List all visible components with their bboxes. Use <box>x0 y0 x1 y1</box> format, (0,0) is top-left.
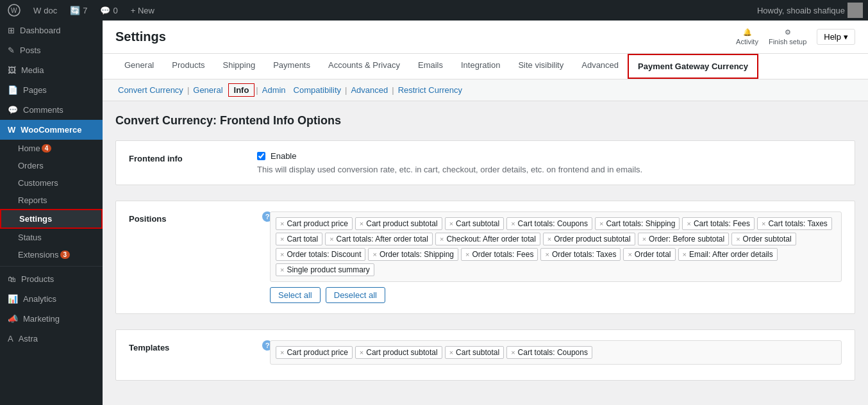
sidebar-item-products[interactable]: 🛍 Products <box>0 269 103 289</box>
tab-shipping[interactable]: Shipping <box>214 54 265 79</box>
position-tag[interactable]: ×Cart totals: Taxes <box>757 217 832 230</box>
tag-remove-icon[interactable]: × <box>628 251 631 258</box>
finish-setup-button[interactable]: ⚙ Finish setup <box>769 28 806 45</box>
new-content-link[interactable]: + New <box>128 0 157 21</box>
updates-link[interactable]: 🔄 7 <box>67 0 90 21</box>
tab-payments[interactable]: Payments <box>264 54 319 79</box>
sidebar-item-astra[interactable]: A Astra <box>0 329 103 349</box>
sub-tab-admin[interactable]: Admin <box>260 84 288 96</box>
tab-advanced[interactable]: Advanced <box>572 54 628 79</box>
sidebar-divider <box>0 266 103 267</box>
tag-remove-icon[interactable]: × <box>280 251 284 258</box>
tag-remove-icon[interactable]: × <box>280 349 284 356</box>
position-tag[interactable]: ×Cart product price <box>276 217 353 230</box>
sidebar-item-settings[interactable]: Settings <box>0 209 103 229</box>
sidebar-item-reports[interactable]: Reports <box>0 192 103 209</box>
position-tag[interactable]: ×Order subtotal <box>731 233 796 245</box>
position-tag[interactable]: ×Order totals: Shipping <box>368 248 458 261</box>
sidebar-item-status[interactable]: Status <box>0 229 103 246</box>
position-tag[interactable]: ×Cart totals: Fees <box>682 217 754 230</box>
tag-remove-icon[interactable]: × <box>511 349 515 356</box>
enable-checkbox[interactable] <box>257 152 265 160</box>
position-tag[interactable]: ×Cart total <box>276 233 322 245</box>
template-tag[interactable]: ×Cart totals: Coupons <box>506 346 592 359</box>
position-tag[interactable]: ×Order: Before subtotal <box>638 233 730 245</box>
admin-bar: W W doc 🔄 7 💬 0 + New Howdy, shoaib shaf… <box>0 0 868 21</box>
enable-label[interactable]: Enable <box>271 151 296 161</box>
positions-label-area: Positions ? <box>129 211 270 224</box>
tag-remove-icon[interactable]: × <box>280 220 284 227</box>
sidebar-item-woocommerce[interactable]: W WooCommerce <box>0 120 103 140</box>
tag-remove-icon[interactable]: × <box>547 235 551 243</box>
template-tag[interactable]: ×Cart subtotal <box>445 346 504 359</box>
tag-remove-icon[interactable]: × <box>280 235 284 243</box>
site-name[interactable]: W doc <box>31 0 60 21</box>
sidebar-item-dashboard[interactable]: ⊞ Dashboard <box>0 21 103 40</box>
tag-remove-icon[interactable]: × <box>736 235 740 243</box>
sub-tab-compatibility[interactable]: Compatibility <box>291 84 344 96</box>
tab-site-visibility[interactable]: Site visibility <box>509 54 572 79</box>
position-tag[interactable]: ×Order totals: Taxes <box>540 248 621 261</box>
sidebar-item-posts[interactable]: ✎ Posts <box>0 40 103 60</box>
position-tag[interactable]: ×Order totals: Fees <box>461 248 538 261</box>
tag-remove-icon[interactable]: × <box>440 235 444 243</box>
templates-row: Templates ? ×Cart product price×Cart pro… <box>115 329 855 381</box>
tag-remove-icon[interactable]: × <box>687 220 690 227</box>
sidebar-item-extensions[interactable]: Extensions 3 <box>0 246 103 263</box>
tab-general[interactable]: General <box>115 54 163 79</box>
sub-tab-advanced[interactable]: Advanced <box>348 84 390 96</box>
sidebar-item-comments[interactable]: 💬 Comments <box>0 100 103 120</box>
sidebar-item-home[interactable]: Home 4 <box>0 140 103 157</box>
position-tag[interactable]: ×Order product subtotal <box>543 233 635 245</box>
tag-remove-icon[interactable]: × <box>762 220 765 227</box>
tag-remove-icon[interactable]: × <box>683 251 687 258</box>
tag-remove-icon[interactable]: × <box>360 349 363 356</box>
template-tag[interactable]: ×Cart product price <box>276 346 353 359</box>
help-button[interactable]: Help ▾ <box>817 29 855 45</box>
tab-accounts-privacy[interactable]: Accounts & Privacy <box>319 54 409 79</box>
sidebar-item-orders[interactable]: Orders <box>0 157 103 174</box>
position-tag[interactable]: ×Cart totals: Shipping <box>595 217 680 230</box>
select-all-button[interactable]: Select all <box>270 287 321 303</box>
activity-button[interactable]: 🔔 Activity <box>736 28 758 45</box>
tab-integration[interactable]: Integration <box>452 54 509 79</box>
tag-remove-icon[interactable]: × <box>449 220 453 227</box>
sub-tab-info[interactable]: Info <box>228 83 255 97</box>
templates-field: ×Cart product price×Cart product subtota… <box>270 340 842 370</box>
tag-remove-icon[interactable]: × <box>372 251 376 258</box>
tab-products[interactable]: Products <box>163 54 213 79</box>
sidebar-item-customers[interactable]: Customers <box>0 174 103 192</box>
tab-payment-gateway-currency[interactable]: Payment Gateway Currency <box>628 54 758 79</box>
position-tag[interactable]: ×Cart totals: After order total <box>325 233 433 245</box>
sub-tab-restrict-currency[interactable]: Restrict Currency <box>396 84 465 96</box>
tag-remove-icon[interactable]: × <box>330 235 333 243</box>
wp-logo-link[interactable]: W <box>5 0 23 21</box>
position-tag[interactable]: ×Email: After order details <box>678 248 778 261</box>
sidebar-item-analytics[interactable]: 📊 Analytics <box>0 289 103 309</box>
position-tag[interactable]: ×Checkout: After order total <box>435 233 540 245</box>
position-tag[interactable]: ×Order totals: Discount <box>276 248 365 261</box>
separator-6: | <box>390 85 395 95</box>
position-tag[interactable]: ×Order total <box>623 248 675 261</box>
tag-remove-icon[interactable]: × <box>465 251 469 258</box>
deselect-all-button[interactable]: Deselect all <box>326 287 385 303</box>
sub-tab-convert-currency[interactable]: Convert Currency <box>115 84 186 96</box>
position-tag[interactable]: ×Cart product subtotal <box>355 217 442 230</box>
sidebar-item-media[interactable]: 🖼 Media <box>0 60 103 80</box>
tag-remove-icon[interactable]: × <box>642 235 646 243</box>
tag-remove-icon[interactable]: × <box>360 220 363 227</box>
comments-link[interactable]: 💬 0 <box>97 0 120 21</box>
sidebar-item-pages[interactable]: 📄 Pages <box>0 80 103 100</box>
position-tag[interactable]: ×Cart subtotal <box>445 217 504 230</box>
template-tag[interactable]: ×Cart product subtotal <box>355 346 442 359</box>
tab-emails[interactable]: Emails <box>409 54 452 79</box>
tag-remove-icon[interactable]: × <box>511 220 515 227</box>
tag-remove-icon[interactable]: × <box>599 220 603 227</box>
sub-tab-general[interactable]: General <box>190 84 225 96</box>
tag-remove-icon[interactable]: × <box>449 349 453 356</box>
position-tag[interactable]: ×Cart totals: Coupons <box>506 217 592 230</box>
sidebar-item-marketing[interactable]: 📣 Marketing <box>0 309 103 329</box>
tag-remove-icon[interactable]: × <box>280 266 284 274</box>
position-tag[interactable]: ×Single product summary <box>276 263 374 276</box>
tag-remove-icon[interactable]: × <box>545 251 549 258</box>
